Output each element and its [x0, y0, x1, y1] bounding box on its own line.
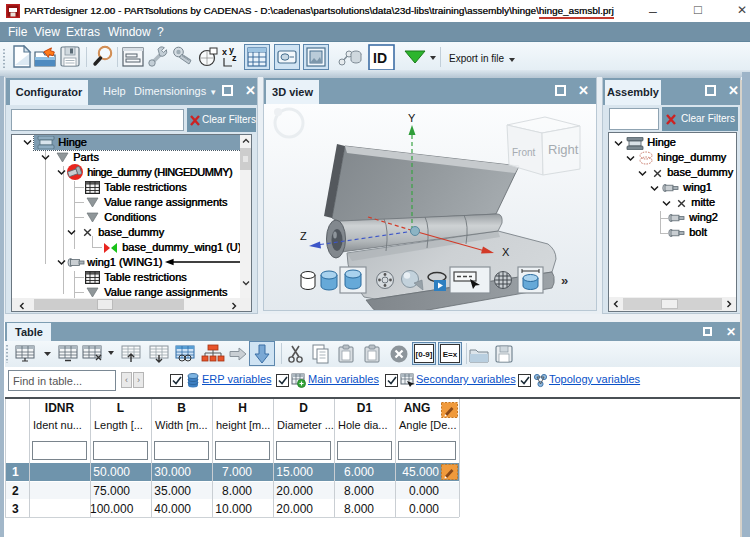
svg-text:z: z	[232, 53, 237, 63]
svg-text:x: x	[222, 47, 227, 57]
svg-text:»: »	[561, 273, 568, 288]
svg-text:Right: Right	[548, 142, 579, 157]
svg-text:Z: Z	[300, 230, 307, 242]
svg-text:X: X	[502, 246, 510, 258]
svg-text:ID: ID	[373, 50, 387, 66]
svg-text:Y: Y	[408, 112, 416, 124]
svg-text:Front: Front	[512, 147, 536, 158]
